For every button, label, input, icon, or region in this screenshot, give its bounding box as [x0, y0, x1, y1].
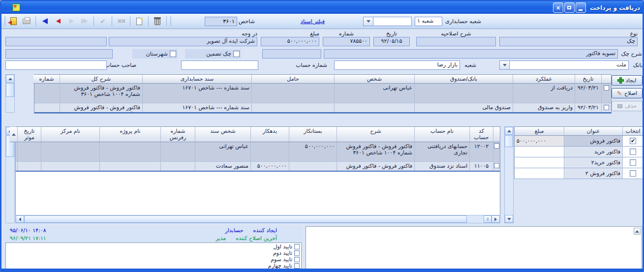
- col-reference-number[interactable]: شماره رفرنس: [160, 127, 195, 142]
- col-select[interactable]: [601, 75, 611, 84]
- bank-branch-label: شعبه: [461, 62, 476, 68]
- col-carrier[interactable]: حامل: [251, 75, 334, 84]
- account-owner-field[interactable]: [5, 60, 107, 70]
- filter-documents-link[interactable]: فیلتر اسناد: [301, 18, 325, 25]
- col-center-name[interactable]: نام مرکز: [41, 127, 99, 142]
- approval-checkbox-3[interactable]: [294, 257, 300, 262]
- scroll-thumb[interactable]: [6, 83, 14, 97]
- row-checkbox[interactable]: [604, 85, 609, 91]
- delete-record-button[interactable]: [152, 16, 163, 27]
- cancel-button[interactable]: ✖✖: [115, 16, 127, 27]
- voucher-row[interactable]: ۱۲۰۰۲ حسابهای دریافتنی تجاری فاکتور فروش…: [16, 142, 500, 162]
- nav-first-button[interactable]: [39, 16, 51, 27]
- extra-field-3[interactable]: [5, 49, 113, 59]
- payee-field[interactable]: شرکت ایده آل تصویر: [109, 37, 257, 46]
- invoice-checkbox[interactable]: ✔: [630, 138, 636, 144]
- number-field[interactable]: ۷۸۵۵۰۰: [323, 37, 370, 46]
- delete-button[interactable]: حذف: [612, 101, 643, 111]
- guarantee-checkbox[interactable]: [233, 51, 240, 57]
- nav-prev-button[interactable]: [52, 16, 64, 27]
- invoice-checkbox[interactable]: [630, 159, 636, 166]
- col-account-code[interactable]: کد حساب: [469, 127, 493, 142]
- extra-field-2[interactable]: [262, 49, 321, 59]
- exit-button[interactable]: [7, 16, 19, 27]
- approval-checkbox-2[interactable]: [294, 250, 300, 256]
- col-full-desc[interactable]: شرح کل: [60, 75, 142, 84]
- nav-next-button[interactable]: [65, 16, 77, 27]
- col-account-name[interactable]: نام حساب: [414, 127, 469, 142]
- col-date[interactable]: تاریخ: [575, 75, 601, 84]
- col-amount[interactable]: مبلغ: [515, 127, 564, 136]
- invoice-row[interactable]: ✔ فاکتور فروش ۵۰۰,۰۰۰,۰۰۰: [515, 136, 643, 147]
- print-button[interactable]: [21, 16, 32, 27]
- hscroll-track[interactable]: [467, 215, 484, 223]
- col-number[interactable]: شماره: [33, 75, 60, 84]
- col-person[interactable]: شخص: [334, 75, 414, 84]
- invoice-row[interactable]: فاکتور فروش ۲: [515, 168, 643, 179]
- col-debit[interactable]: بدهکار: [250, 127, 289, 142]
- col-bank-fund[interactable]: بانک/صندوق: [414, 75, 513, 84]
- combo-value-field[interactable]: [373, 17, 412, 26]
- col-credit[interactable]: بستانکار: [289, 127, 337, 142]
- type-field[interactable]: چک: [499, 37, 638, 46]
- document-combo[interactable]: [363, 17, 412, 26]
- create-button[interactable]: ایجاد: [612, 75, 643, 86]
- row-checkbox[interactable]: [604, 105, 609, 110]
- operations-row[interactable]: ۹۲/۰۳/۲۱ واریز به صندوق صندوق مالی سند ش…: [34, 103, 611, 113]
- city-checkbox[interactable]: [170, 51, 176, 57]
- check-desc-field[interactable]: تسویه فاکتور: [324, 49, 618, 59]
- sort-corner[interactable]: [10, 127, 17, 142]
- close-button[interactable]: ×: [553, 2, 563, 13]
- invoice-checkbox[interactable]: [630, 149, 636, 155]
- nav-last-button[interactable]: [79, 16, 91, 27]
- edit-button-label: اصلاح: [624, 90, 637, 96]
- account-number-field[interactable]: [181, 60, 258, 70]
- scroll-left-button[interactable]: [16, 215, 24, 223]
- col-title[interactable]: عنوان: [564, 127, 622, 136]
- extra-field-1[interactable]: [5, 37, 107, 46]
- approval-checkbox-4[interactable]: [294, 263, 300, 269]
- bank-branch-field[interactable]: بازار رضا: [334, 60, 460, 70]
- invoice-row[interactable]: فاکتور خرید: [515, 147, 643, 157]
- hscroll-thumb[interactable]: [24, 215, 467, 223]
- toolbar-grip[interactable]: [170, 16, 172, 26]
- new-document-button[interactable]: ✦: [133, 16, 145, 27]
- toolbar-grip[interactable]: [4, 16, 6, 26]
- operations-row[interactable]: ۹۲/۰۳/۲۱ دریافت از عباس تهرانی سند شماره…: [34, 84, 611, 103]
- voucher-row[interactable]: ۱۱۰۰۵ اسناد نزد صندوق فاکتور فروش - فاکت…: [16, 162, 500, 172]
- hscroll-grip[interactable]: [484, 215, 491, 223]
- scroll-thumb[interactable]: [505, 135, 513, 147]
- amount-field[interactable]: ۵۰۰,۰۰۰,۰۰۰: [261, 37, 319, 46]
- row-checkbox[interactable]: [494, 163, 499, 168]
- cell-description: فاکتور فروش - فاکتور فروش ش: [337, 162, 414, 171]
- date-field[interactable]: ۹۲/۰۵/۱۵: [373, 37, 410, 46]
- combo-dropdown-button[interactable]: [363, 17, 373, 26]
- scroll-down-button[interactable]: [505, 215, 513, 223]
- triangle-left-icon: [19, 217, 21, 221]
- col-effective-date[interactable]: تاریخ موثر: [17, 127, 41, 142]
- col-select[interactable]: [493, 127, 500, 142]
- index-input[interactable]: [205, 17, 237, 26]
- edit-button[interactable]: اصلاح✎: [612, 88, 643, 98]
- approval-checkbox-1[interactable]: [294, 244, 300, 249]
- scroll-right-button[interactable]: [491, 215, 500, 223]
- col-project-name[interactable]: نام پروژه: [99, 127, 160, 142]
- scroll-up-button[interactable]: [6, 75, 14, 83]
- col-accounting-doc[interactable]: سند حسابداری: [142, 75, 251, 84]
- col-select[interactable]: انتخاب: [622, 127, 643, 136]
- invoice-checkbox[interactable]: [630, 170, 636, 177]
- scroll-up-button[interactable]: [505, 127, 513, 135]
- maximize-button[interactable]: [564, 2, 575, 13]
- col-operation[interactable]: عملکرد: [513, 75, 575, 84]
- notes-scroll-up-button[interactable]: [634, 228, 641, 235]
- notes-textarea[interactable]: [306, 226, 642, 270]
- bank-combo-field[interactable]: ملت: [509, 60, 629, 70]
- row-checkbox[interactable]: [494, 143, 499, 149]
- minimize-button[interactable]: [576, 2, 586, 13]
- bank-combo-dropdown[interactable]: [499, 60, 510, 70]
- invoice-row[interactable]: فاکتور خرید۲: [515, 157, 643, 168]
- col-doc-person[interactable]: شخص سند: [195, 127, 250, 142]
- amendment-field[interactable]: [416, 37, 496, 46]
- confirm-button[interactable]: ✔: [97, 16, 109, 27]
- col-description[interactable]: شرح: [337, 127, 414, 142]
